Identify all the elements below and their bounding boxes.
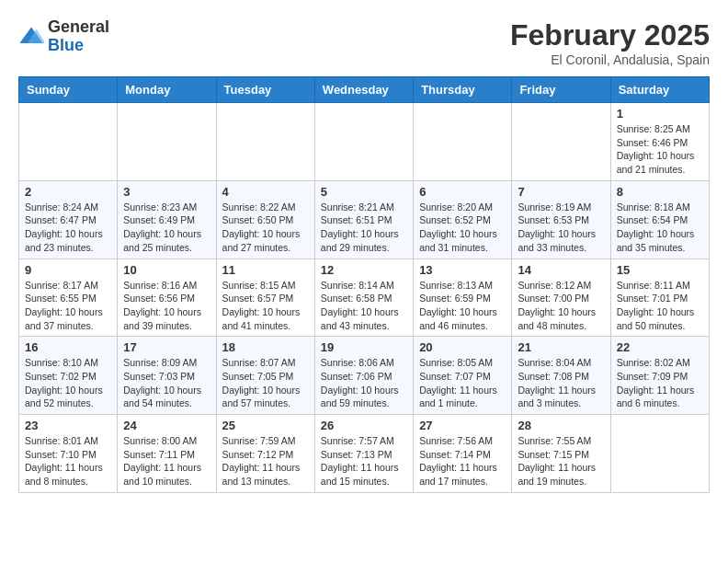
day-info: Sunrise: 8:17 AM Sunset: 6:55 PM Dayligh…: [25, 279, 111, 333]
calendar-cell: 3Sunrise: 8:23 AM Sunset: 6:49 PM Daylig…: [118, 180, 216, 259]
day-number: 23: [25, 419, 111, 432]
calendar-cell: [512, 103, 610, 181]
day-info: Sunrise: 8:23 AM Sunset: 6:49 PM Dayligh…: [123, 201, 210, 255]
day-number: 14: [518, 263, 604, 277]
day-number: 26: [321, 419, 407, 432]
day-number: 20: [419, 340, 506, 354]
day-number: 15: [617, 263, 703, 277]
day-info: Sunrise: 8:10 AM Sunset: 7:02 PM Dayligh…: [25, 356, 111, 410]
weekday-header-sunday: Sunday: [19, 77, 118, 103]
calendar-cell: 9Sunrise: 8:17 AM Sunset: 6:55 PM Daylig…: [19, 259, 118, 337]
calendar-cell: 17Sunrise: 8:09 AM Sunset: 7:03 PM Dayli…: [118, 337, 216, 415]
calendar-cell: 11Sunrise: 8:15 AM Sunset: 6:57 PM Dayli…: [216, 259, 314, 337]
calendar-cell: 4Sunrise: 8:22 AM Sunset: 6:50 PM Daylig…: [216, 180, 314, 259]
calendar-header-row: SundayMondayTuesdayWednesdayThursdayFrid…: [19, 77, 710, 103]
calendar-cell: 23Sunrise: 8:01 AM Sunset: 7:10 PM Dayli…: [19, 415, 118, 493]
calendar-table: SundayMondayTuesdayWednesdayThursdayFrid…: [18, 76, 710, 493]
calendar-cell: 6Sunrise: 8:20 AM Sunset: 6:52 PM Daylig…: [414, 180, 512, 259]
day-info: Sunrise: 8:09 AM Sunset: 7:03 PM Dayligh…: [123, 356, 210, 410]
calendar-cell: 12Sunrise: 8:14 AM Sunset: 6:58 PM Dayli…: [314, 259, 413, 337]
day-info: Sunrise: 8:20 AM Sunset: 6:52 PM Dayligh…: [419, 201, 506, 255]
day-info: Sunrise: 8:13 AM Sunset: 6:59 PM Dayligh…: [419, 279, 506, 333]
calendar-cell: 7Sunrise: 8:19 AM Sunset: 6:53 PM Daylig…: [512, 180, 610, 259]
day-info: Sunrise: 7:55 AM Sunset: 7:15 PM Dayligh…: [518, 434, 604, 488]
day-info: Sunrise: 8:07 AM Sunset: 7:05 PM Dayligh…: [222, 356, 309, 410]
calendar-cell: 15Sunrise: 8:11 AM Sunset: 7:01 PM Dayli…: [610, 259, 709, 337]
calendar-cell: 8Sunrise: 8:18 AM Sunset: 6:54 PM Daylig…: [610, 180, 709, 259]
weekday-header-tuesday: Tuesday: [216, 77, 314, 103]
day-number: 19: [321, 340, 407, 354]
logo-icon: [18, 24, 44, 50]
calendar-cell: 18Sunrise: 8:07 AM Sunset: 7:05 PM Dayli…: [216, 337, 314, 415]
day-number: 12: [321, 263, 407, 277]
day-info: Sunrise: 8:24 AM Sunset: 6:47 PM Dayligh…: [25, 201, 111, 255]
page-header: General Blue February 2025 El Coronil, A…: [18, 18, 710, 67]
calendar-week-row: 1Sunrise: 8:25 AM Sunset: 6:46 PM Daylig…: [19, 103, 710, 181]
logo-text: General Blue: [48, 18, 109, 55]
weekday-header-friday: Friday: [512, 77, 610, 103]
day-info: Sunrise: 8:01 AM Sunset: 7:10 PM Dayligh…: [25, 434, 111, 488]
calendar-cell: 19Sunrise: 8:06 AM Sunset: 7:06 PM Dayli…: [314, 337, 413, 415]
day-number: 22: [617, 340, 703, 354]
day-number: 16: [25, 340, 111, 354]
day-info: Sunrise: 8:02 AM Sunset: 7:09 PM Dayligh…: [617, 356, 703, 410]
title-area: February 2025 El Coronil, Andalusia, Spa…: [510, 18, 710, 67]
calendar-cell: 2Sunrise: 8:24 AM Sunset: 6:47 PM Daylig…: [19, 180, 118, 259]
day-info: Sunrise: 8:15 AM Sunset: 6:57 PM Dayligh…: [222, 279, 309, 333]
calendar-cell: [19, 103, 118, 181]
day-info: Sunrise: 7:57 AM Sunset: 7:13 PM Dayligh…: [321, 434, 407, 488]
calendar-cell: 14Sunrise: 8:12 AM Sunset: 7:00 PM Dayli…: [512, 259, 610, 337]
calendar-cell: 10Sunrise: 8:16 AM Sunset: 6:56 PM Dayli…: [118, 259, 216, 337]
calendar-cell: 28Sunrise: 7:55 AM Sunset: 7:15 PM Dayli…: [512, 415, 610, 493]
day-number: 28: [518, 419, 604, 432]
day-number: 1: [617, 107, 703, 121]
day-info: Sunrise: 8:04 AM Sunset: 7:08 PM Dayligh…: [518, 356, 604, 410]
day-info: Sunrise: 8:12 AM Sunset: 7:00 PM Dayligh…: [518, 279, 604, 333]
calendar-cell: 13Sunrise: 8:13 AM Sunset: 6:59 PM Dayli…: [414, 259, 512, 337]
logo-general-text: General: [48, 18, 109, 37]
day-number: 5: [321, 185, 407, 199]
weekday-header-wednesday: Wednesday: [314, 77, 413, 103]
calendar-cell: 24Sunrise: 8:00 AM Sunset: 7:11 PM Dayli…: [118, 415, 216, 493]
day-number: 10: [123, 263, 210, 277]
calendar-cell: 22Sunrise: 8:02 AM Sunset: 7:09 PM Dayli…: [610, 337, 709, 415]
day-info: Sunrise: 8:21 AM Sunset: 6:51 PM Dayligh…: [321, 201, 407, 255]
day-number: 18: [222, 340, 309, 354]
calendar-cell: 1Sunrise: 8:25 AM Sunset: 6:46 PM Daylig…: [610, 103, 709, 181]
calendar-week-row: 23Sunrise: 8:01 AM Sunset: 7:10 PM Dayli…: [19, 415, 710, 493]
calendar-cell: [118, 103, 216, 181]
calendar-cell: 26Sunrise: 7:57 AM Sunset: 7:13 PM Dayli…: [314, 415, 413, 493]
day-number: 9: [25, 263, 111, 277]
calendar-week-row: 9Sunrise: 8:17 AM Sunset: 6:55 PM Daylig…: [19, 259, 710, 337]
calendar-cell: 25Sunrise: 7:59 AM Sunset: 7:12 PM Dayli…: [216, 415, 314, 493]
day-number: 8: [617, 185, 703, 199]
day-info: Sunrise: 8:14 AM Sunset: 6:58 PM Dayligh…: [321, 279, 407, 333]
day-info: Sunrise: 7:56 AM Sunset: 7:14 PM Dayligh…: [419, 434, 506, 488]
day-info: Sunrise: 8:05 AM Sunset: 7:07 PM Dayligh…: [419, 356, 506, 410]
calendar-cell: 27Sunrise: 7:56 AM Sunset: 7:14 PM Dayli…: [414, 415, 512, 493]
day-info: Sunrise: 8:22 AM Sunset: 6:50 PM Dayligh…: [222, 201, 309, 255]
day-info: Sunrise: 8:18 AM Sunset: 6:54 PM Dayligh…: [617, 201, 703, 255]
day-number: 11: [222, 263, 309, 277]
calendar-week-row: 2Sunrise: 8:24 AM Sunset: 6:47 PM Daylig…: [19, 180, 710, 259]
day-number: 21: [518, 340, 604, 354]
weekday-header-saturday: Saturday: [610, 77, 709, 103]
calendar-cell: 16Sunrise: 8:10 AM Sunset: 7:02 PM Dayli…: [19, 337, 118, 415]
day-number: 27: [419, 419, 506, 432]
day-info: Sunrise: 8:19 AM Sunset: 6:53 PM Dayligh…: [518, 201, 604, 255]
calendar-week-row: 16Sunrise: 8:10 AM Sunset: 7:02 PM Dayli…: [19, 337, 710, 415]
day-info: Sunrise: 8:11 AM Sunset: 7:01 PM Dayligh…: [617, 279, 703, 333]
day-info: Sunrise: 8:00 AM Sunset: 7:11 PM Dayligh…: [123, 434, 210, 488]
weekday-header-monday: Monday: [118, 77, 216, 103]
day-info: Sunrise: 8:25 AM Sunset: 6:46 PM Dayligh…: [617, 122, 703, 177]
day-info: Sunrise: 7:59 AM Sunset: 7:12 PM Dayligh…: [222, 434, 309, 488]
calendar-cell: [414, 103, 512, 181]
logo: General Blue: [18, 18, 109, 55]
location-subtitle: El Coronil, Andalusia, Spain: [510, 52, 710, 67]
weekday-header-thursday: Thursday: [414, 77, 512, 103]
day-info: Sunrise: 8:06 AM Sunset: 7:06 PM Dayligh…: [321, 356, 407, 410]
day-info: Sunrise: 8:16 AM Sunset: 6:56 PM Dayligh…: [123, 279, 210, 333]
day-number: 13: [419, 263, 506, 277]
day-number: 3: [123, 185, 210, 199]
calendar-cell: 20Sunrise: 8:05 AM Sunset: 7:07 PM Dayli…: [414, 337, 512, 415]
